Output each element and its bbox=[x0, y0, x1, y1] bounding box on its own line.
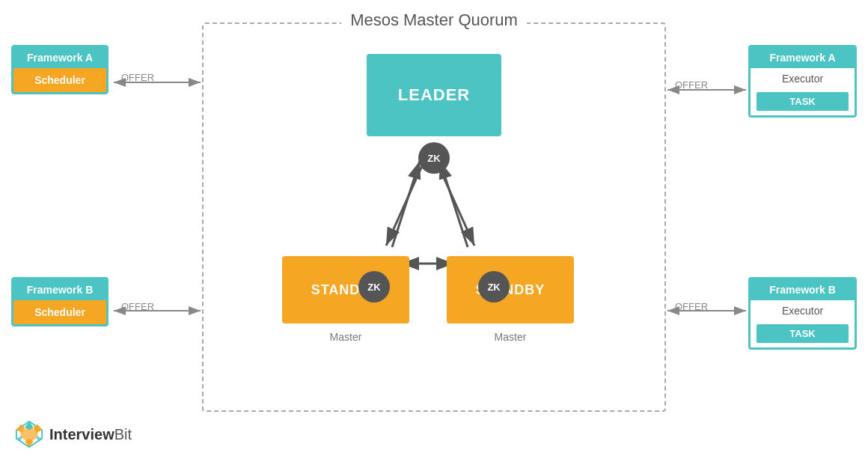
quorum-box: Mesos Master Quorum LEADER ZK ZK ZK STAN… bbox=[202, 22, 666, 412]
zk-bottom-left-circle: ZK bbox=[358, 271, 390, 303]
fw-b-right-body: Executor bbox=[751, 300, 855, 321]
quorum-title: Mesos Master Quorum bbox=[341, 10, 527, 30]
framework-b-left: Framework B Scheduler bbox=[11, 277, 109, 326]
master-label-right: Master bbox=[447, 331, 574, 343]
fw-a-left-header: Framework A bbox=[13, 47, 106, 68]
fw-a-left-body: Scheduler bbox=[13, 68, 106, 92]
logo-area: InterviewBit bbox=[15, 420, 132, 449]
fw-a-right-body: Executor bbox=[751, 68, 855, 89]
offer-label-bottom-left: OFFER bbox=[121, 301, 154, 312]
offer-label-bottom-right: OFFER bbox=[675, 301, 708, 312]
offer-label-top-right: OFFER bbox=[675, 79, 708, 91]
framework-b-right: Framework B Executor TASK bbox=[748, 277, 857, 350]
fw-a-right-header: Framework A bbox=[751, 47, 855, 68]
framework-a-left: Framework A Scheduler bbox=[11, 45, 109, 94]
logo-text: InterviewBit bbox=[49, 426, 132, 443]
framework-a-right: Framework A Executor TASK bbox=[748, 45, 857, 118]
diagram-container: Mesos Master Quorum LEADER ZK ZK ZK STAN… bbox=[0, 0, 868, 462]
zk-bottom-right-circle: ZK bbox=[478, 271, 510, 303]
master-label-left: Master bbox=[282, 331, 409, 343]
standby-right-box: STANDBY bbox=[447, 256, 574, 323]
fw-b-right-task: TASK bbox=[757, 324, 849, 343]
leader-box: LEADER bbox=[367, 54, 501, 136]
fw-b-left-header: Framework B bbox=[13, 279, 106, 300]
leader-label: LEADER bbox=[398, 85, 470, 105]
fw-b-left-body: Scheduler bbox=[13, 300, 106, 324]
standby-left-box: STANDBY bbox=[282, 256, 409, 323]
fw-b-right-header: Framework B bbox=[751, 279, 855, 300]
fw-a-right-task: TASK bbox=[757, 92, 849, 111]
svg-marker-17 bbox=[37, 436, 43, 442]
offer-label-top-left: OFFER bbox=[121, 72, 154, 83]
svg-marker-19 bbox=[16, 436, 22, 442]
zk-top-circle: ZK bbox=[418, 142, 450, 174]
interviewbit-logo-icon bbox=[15, 420, 43, 449]
